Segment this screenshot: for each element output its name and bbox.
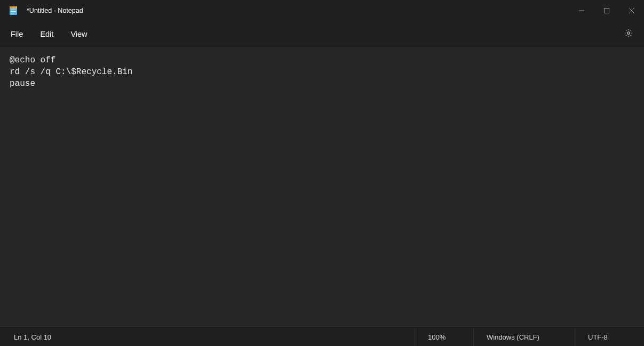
minimize-button[interactable] bbox=[569, 0, 594, 21]
menu-view[interactable]: View bbox=[63, 26, 94, 43]
status-zoom[interactable]: 100% bbox=[415, 328, 473, 346]
svg-rect-5 bbox=[14, 6, 14, 8]
notepad-app-icon bbox=[9, 6, 18, 15]
status-cursor-position: Ln 1, Col 10 bbox=[0, 333, 415, 341]
status-line-ending[interactable]: Windows (CRLF) bbox=[473, 328, 575, 346]
window-title: *Untitled - Notepad bbox=[27, 7, 83, 14]
svg-rect-6 bbox=[15, 6, 16, 8]
window-controls bbox=[569, 0, 644, 21]
svg-rect-4 bbox=[13, 6, 13, 8]
menubar: File Edit View bbox=[0, 21, 644, 47]
gear-icon bbox=[624, 28, 633, 40]
svg-rect-7 bbox=[11, 10, 16, 10]
svg-rect-8 bbox=[11, 11, 16, 12]
titlebar: *Untitled - Notepad bbox=[0, 0, 644, 21]
close-button[interactable] bbox=[619, 0, 644, 21]
svg-rect-2 bbox=[10, 6, 11, 8]
svg-rect-3 bbox=[11, 6, 12, 8]
status-encoding[interactable]: UTF-8 bbox=[575, 328, 644, 346]
text-editor[interactable]: @echo off rd /s /q C:\$Recycle.Bin pause bbox=[10, 54, 634, 320]
svg-rect-1 bbox=[10, 6, 17, 9]
menu-edit[interactable]: Edit bbox=[33, 26, 61, 43]
svg-rect-11 bbox=[604, 8, 609, 13]
editor-area[interactable]: @echo off rd /s /q C:\$Recycle.Bin pause bbox=[0, 47, 644, 327]
svg-point-14 bbox=[627, 31, 630, 34]
menu-file[interactable]: File bbox=[3, 26, 30, 43]
settings-button[interactable] bbox=[619, 25, 638, 43]
maximize-button[interactable] bbox=[594, 0, 619, 21]
statusbar: Ln 1, Col 10 100% Windows (CRLF) UTF-8 bbox=[0, 327, 644, 346]
svg-rect-9 bbox=[11, 13, 14, 13]
